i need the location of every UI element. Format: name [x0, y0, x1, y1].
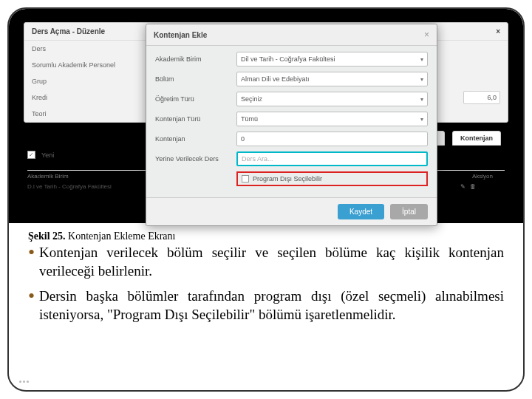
select-kontenjan-turu[interactable]: Tümü ▾	[236, 112, 428, 126]
modal-header: Kontenjan Ekle ×	[146, 24, 437, 46]
tab-kontenjan[interactable]: Kontenjan	[452, 131, 501, 146]
cancel-button[interactable]: İptal	[390, 204, 428, 219]
select-bolum[interactable]: Alman Dili ve Edebiyatı ▾	[236, 72, 428, 86]
edit-icon[interactable]: ✎	[460, 183, 466, 190]
input-kontenjan[interactable]: 0	[236, 132, 428, 146]
chevron-down-icon: ▾	[420, 116, 423, 123]
checkbox-yeni[interactable]: ✓	[27, 151, 35, 159]
screenshot-figure: Ders Açma - Düzenle × Ders Sorumlu Akade…	[9, 9, 523, 223]
close-icon[interactable]: ×	[424, 30, 429, 40]
modal-body: Akademik Birim Dil ve Tarih - Coğrafya F…	[146, 46, 437, 197]
modal-title: Kontenjan Ekle	[154, 31, 207, 39]
select-bolum-value: Alman Dili ve Edebiyatı	[241, 75, 310, 83]
bg-label-grup: Grup	[32, 78, 128, 85]
bullet-1-text: Kontenjan verilecek bölüm seçilir ve seç…	[39, 244, 504, 280]
modal-footer: Kaydet İptal	[146, 197, 437, 225]
bullet-2-text: Dersin başka bölümler tarafından program…	[39, 287, 504, 324]
col-aksiyon: Aksiyon	[460, 173, 505, 180]
label-kontenjan-turu: Kontenjan Türü	[155, 115, 236, 123]
figure-caption: Şekil 25. Kontenjan Ekleme Ekranı	[28, 231, 504, 242]
label-kontenjan: Kontenjan	[155, 135, 236, 143]
label-bolum: Bölüm	[155, 75, 236, 83]
save-button[interactable]: Kaydet	[338, 204, 384, 219]
bg-yeni-label: Yeni	[41, 151, 54, 159]
delete-icon[interactable]: 🗑	[470, 183, 476, 190]
caption-text: Kontenjan Ekleme Ekranı	[68, 231, 175, 242]
checkbox-program-disi[interactable]	[242, 175, 249, 183]
bullet-icon: •	[28, 244, 35, 280]
input-yerine-ders-placeholder: Ders Ara...	[242, 155, 273, 163]
caption-label: Şekil 25.	[28, 231, 66, 242]
label-akademik-birim: Akademik Birim	[155, 55, 236, 63]
select-kontenjan-turu-value: Tümü	[241, 115, 258, 123]
close-icon[interactable]: ×	[496, 27, 500, 35]
decorative-dots	[19, 381, 29, 383]
bg-label-teori: Teori	[32, 110, 128, 117]
bg-label-ders: Ders	[32, 45, 128, 52]
select-ogretim-turu-value: Seçiniz	[241, 95, 262, 103]
label-program-disi: Program Dışı Seçilebilir	[253, 175, 322, 183]
chevron-down-icon: ▾	[420, 96, 423, 103]
slide-container: Ders Açma - Düzenle × Ders Sorumlu Akade…	[7, 7, 525, 392]
select-akademik-birim[interactable]: Dil ve Tarih - Coğrafya Fakültesi ▾	[236, 52, 428, 66]
label-yerine-ders: Yerine Verilecek Ders	[155, 155, 236, 163]
text-content: Şekil 25. Kontenjan Ekleme Ekranı • Kont…	[9, 223, 523, 339]
modal-kontenjan-ekle: Kontenjan Ekle × Akademik Birim Dil ve T…	[146, 24, 437, 226]
bg-window-title: Ders Açma - Düzenle	[32, 27, 105, 35]
bg-label-kredi: Kredi	[32, 94, 128, 101]
input-yerine-ders[interactable]: Ders Ara...	[236, 151, 428, 166]
bg-label-personel: Sorumlu Akademik Personel	[32, 61, 128, 69]
bullet-icon: •	[28, 287, 35, 324]
bullet-2: • Dersin başka bölümler tarafından progr…	[28, 287, 504, 324]
chevron-down-icon: ▾	[420, 76, 423, 83]
program-disi-row[interactable]: Program Dışı Seçilebilir	[236, 171, 428, 186]
select-akademik-birim-value: Dil ve Tarih - Coğrafya Fakültesi	[241, 55, 335, 63]
select-ogretim-turu[interactable]: Seçiniz ▾	[236, 92, 428, 106]
input-kontenjan-value: 0	[241, 135, 245, 143]
chevron-down-icon: ▾	[420, 56, 423, 63]
label-ogretim-turu: Öğretim Türü	[155, 95, 236, 103]
bg-kredi-value[interactable]: 6,0	[463, 91, 500, 104]
bullet-1: • Kontenjan verilecek bölüm seçilir ve s…	[28, 244, 504, 280]
